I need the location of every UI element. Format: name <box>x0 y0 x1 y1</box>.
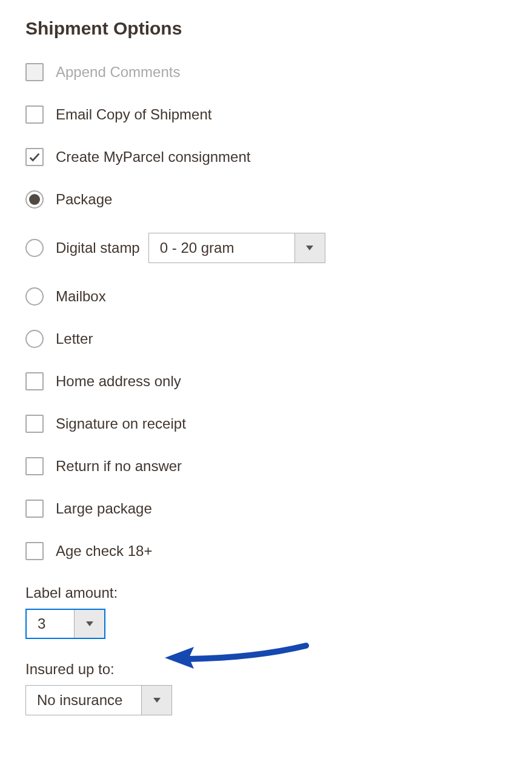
mailbox-radio[interactable] <box>25 287 44 306</box>
signature-label: Signature on receipt <box>56 415 186 432</box>
package-label: Package <box>56 191 112 208</box>
create-consignment-checkbox[interactable] <box>25 148 44 166</box>
signature-checkbox[interactable] <box>25 415 44 433</box>
package-row[interactable]: Package <box>25 190 507 209</box>
mailbox-row[interactable]: Mailbox <box>25 287 507 306</box>
return-no-answer-checkbox[interactable] <box>25 457 44 475</box>
create-consignment-label: Create MyParcel consignment <box>56 149 250 166</box>
email-copy-label: Email Copy of Shipment <box>56 106 211 123</box>
mailbox-label: Mailbox <box>56 288 106 305</box>
letter-row[interactable]: Letter <box>25 330 507 348</box>
home-only-label: Home address only <box>56 373 181 390</box>
signature-row[interactable]: Signature on receipt <box>25 415 507 433</box>
append-comments-row: Append Comments <box>25 63 507 81</box>
return-no-answer-label: Return if no answer <box>56 458 182 475</box>
large-package-row[interactable]: Large package <box>25 500 507 518</box>
home-only-checkbox[interactable] <box>25 372 44 390</box>
email-copy-row[interactable]: Email Copy of Shipment <box>25 105 507 124</box>
email-copy-checkbox[interactable] <box>25 105 44 124</box>
digital-stamp-label: Digital stamp <box>56 239 140 256</box>
large-package-checkbox[interactable] <box>25 500 44 518</box>
label-amount-group: Label amount: 3 <box>25 584 507 639</box>
section-title: Shipment Options <box>25 18 507 39</box>
svg-marker-1 <box>86 621 93 626</box>
label-amount-value: 3 <box>27 610 74 638</box>
digital-stamp-weight-select[interactable]: 0 - 20 gram <box>148 233 325 263</box>
insured-select[interactable]: No insurance <box>25 685 172 715</box>
create-consignment-row[interactable]: Create MyParcel consignment <box>25 148 507 166</box>
svg-marker-2 <box>153 698 161 703</box>
age-check-label: Age check 18+ <box>56 543 152 560</box>
insured-label: Insured up to: <box>25 661 507 678</box>
digital-stamp-weight-value: 0 - 20 gram <box>149 233 294 263</box>
label-amount-label: Label amount: <box>25 584 507 601</box>
return-no-answer-row[interactable]: Return if no answer <box>25 457 507 475</box>
insured-group: Insured up to: No insurance <box>25 661 507 715</box>
letter-radio[interactable] <box>25 330 44 348</box>
letter-label: Letter <box>56 330 93 347</box>
label-amount-select[interactable]: 3 <box>25 609 105 639</box>
append-comments-label: Append Comments <box>56 64 180 81</box>
append-comments-checkbox <box>25 63 44 81</box>
age-check-checkbox[interactable] <box>25 542 44 560</box>
chevron-down-icon[interactable] <box>294 233 325 263</box>
package-radio[interactable] <box>25 190 44 209</box>
digital-stamp-row[interactable]: Digital stamp 0 - 20 gram <box>25 233 507 263</box>
chevron-down-icon[interactable] <box>141 686 171 715</box>
chevron-down-icon[interactable] <box>74 610 104 638</box>
age-check-row[interactable]: Age check 18+ <box>25 542 507 560</box>
home-only-row[interactable]: Home address only <box>25 372 507 390</box>
insured-value: No insurance <box>26 686 141 715</box>
digital-stamp-radio[interactable] <box>25 239 44 257</box>
large-package-label: Large package <box>56 500 152 517</box>
svg-marker-0 <box>306 246 313 250</box>
